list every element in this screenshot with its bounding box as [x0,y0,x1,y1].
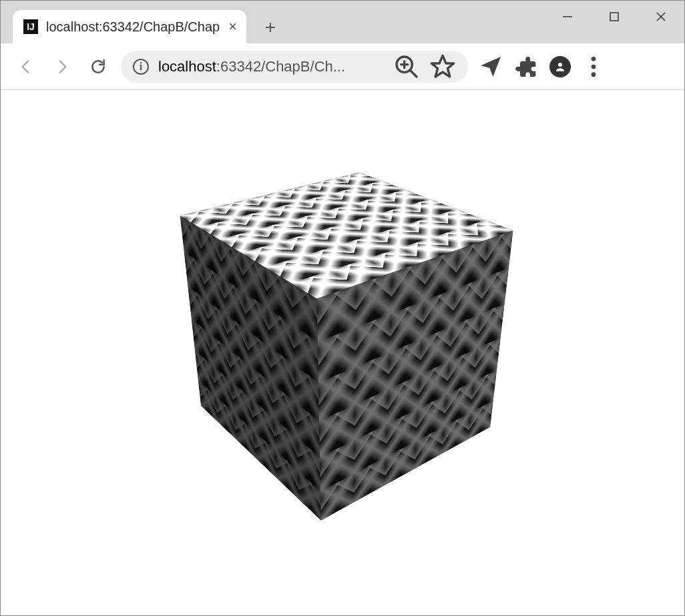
url-host: localhost [158,58,216,75]
window-minimize-button[interactable] [544,1,591,33]
profile-avatar-icon[interactable] [549,56,571,77]
svg-point-11 [592,64,596,69]
svg-marker-8 [431,55,453,77]
window-maximize-button[interactable] [591,1,638,33]
svg-point-9 [558,63,562,67]
new-tab-button[interactable]: + [254,11,286,43]
svg-rect-1 [610,13,618,21]
site-info-icon[interactable]: i [133,59,149,75]
nav-forward-button[interactable] [49,53,75,80]
extensions-puzzle-icon[interactable] [513,53,540,80]
cube-3d [240,198,429,456]
browser-toolbar: i localhost:63342/ChapB/Ch... [1,43,684,90]
window-controls [544,1,684,33]
svg-line-5 [410,70,417,77]
browser-titlebar: IJ localhost:63342/ChapB/ChapB × + [1,1,684,43]
tab-strip: IJ localhost:63342/ChapB/ChapB × + [1,6,286,43]
kebab-menu-icon[interactable] [580,53,607,80]
svg-point-10 [592,57,596,61]
zoom-icon[interactable] [393,53,420,80]
send-tab-icon[interactable] [477,53,504,80]
tab-close-button[interactable]: × [228,19,237,34]
url-text: localhost:63342/ChapB/Ch... [158,58,384,75]
page-viewport [1,90,684,615]
address-bar[interactable]: i localhost:63342/ChapB/Ch... [121,51,468,83]
browser-tab-active[interactable]: IJ localhost:63342/ChapB/ChapB × [13,10,246,43]
window-close-button[interactable] [638,1,684,33]
tab-title: localhost:63342/ChapB/ChapB [46,19,220,35]
bookmark-star-icon[interactable] [429,53,456,80]
tab-favicon-icon: IJ [23,19,38,34]
url-path: :63342/ChapB/Ch... [216,58,345,75]
nav-back-button[interactable] [13,53,39,80]
svg-point-12 [592,72,596,77]
nav-reload-button[interactable] [85,53,111,80]
